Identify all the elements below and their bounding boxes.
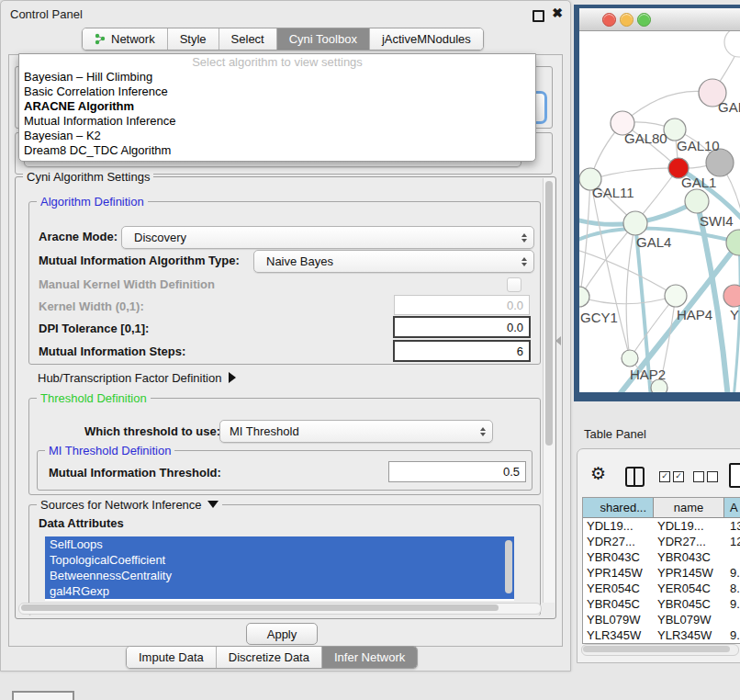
minimized-panel-icon[interactable]: [12, 691, 74, 700]
aracne-mode-combobox[interactable]: Discovery: [121, 226, 534, 249]
cyni-algorithm-settings-title: Cyni Algorithm Settings: [23, 170, 153, 184]
cell: 12: [724, 534, 740, 549]
node-swi4[interactable]: [685, 189, 709, 213]
settings-vertical-scrollbar[interactable]: [543, 178, 555, 603]
network-highlight-edges: [579, 168, 740, 392]
sources-group: Sources for Network Inference Data Attri…: [28, 504, 541, 615]
cell: YLR345W: [583, 627, 654, 643]
aracne-mode-value: Discovery: [134, 231, 186, 244]
tab-network[interactable]: Network: [83, 28, 168, 50]
network-graph[interactable]: GAL GAL80 GAL10 GAL1 GAL11 SWI4 GAL4 GCY…: [579, 31, 740, 392]
kernel-width-field[interactable]: 0.0: [394, 295, 530, 315]
gear-icon[interactable]: ⚙: [590, 465, 606, 482]
table-row[interactable]: YBR043C YBR043C: [583, 549, 740, 565]
node-big-green[interactable]: [726, 230, 740, 255]
column-header-clipped[interactable]: A: [724, 498, 740, 517]
zoom-traffic-light-icon[interactable]: [637, 13, 651, 27]
table-row[interactable]: YDR27... YDR27... 12: [583, 534, 740, 549]
float-window-icon[interactable]: [533, 10, 544, 22]
mi-threshold-field[interactable]: 0.5: [388, 461, 526, 482]
hub-definition-toggle[interactable]: Hub/Transcription Factor Definition: [38, 371, 236, 385]
node-label: HAP4: [677, 307, 712, 322]
dropdown-item-dream8[interactable]: Dream8 DC_TDC Algorithm: [19, 143, 535, 158]
data-attributes-list[interactable]: SelfLoops TopologicalCoefficient Between…: [45, 536, 514, 601]
cyni-algorithm-settings-group: Cyni Algorithm Settings Algorithm Defini…: [15, 176, 556, 619]
dropdown-item-bayesian-k2[interactable]: Bayesian – K2: [19, 129, 535, 143]
control-panel-title: Control Panel: [10, 7, 83, 21]
attribute-selfloops[interactable]: SelfLoops: [45, 536, 514, 552]
node-gcy1[interactable]: [579, 287, 589, 307]
node-red-right[interactable]: [723, 285, 740, 307]
table-row[interactable]: YDL19... YDL19... 13: [583, 518, 740, 534]
tab-style[interactable]: Style: [168, 28, 219, 50]
settings-horizontal-scrollbar-thumb[interactable]: [21, 604, 499, 611]
dpi-tolerance-field[interactable]: 0.0: [393, 316, 531, 338]
tab-impute-data[interactable]: Impute Data: [127, 647, 217, 668]
cell: YLR345W: [654, 627, 724, 643]
apply-button[interactable]: Apply: [246, 623, 318, 645]
column-header-shared[interactable]: shared...: [583, 498, 654, 517]
minimize-traffic-light-icon[interactable]: [620, 13, 633, 27]
cell: YER054C: [654, 581, 724, 596]
close-traffic-light-icon[interactable]: [602, 13, 616, 27]
dropdown-item-aracne[interactable]: ARACNE Algorithm: [19, 99, 535, 114]
cell: YDL19...: [583, 518, 654, 534]
table-row[interactable]: YER054C YER054C 8.: [583, 581, 740, 596]
attribute-list-scrollbar-thumb[interactable]: [505, 540, 512, 593]
tab-discretize-data[interactable]: Discretize Data: [217, 647, 322, 668]
dropdown-item-mutual-information[interactable]: Mutual Information Inference: [19, 114, 535, 129]
mi-threshold-label: Mutual Information Threshold:: [49, 466, 221, 480]
dropdown-item-bayesian-hill-climbing[interactable]: Bayesian – Hill Climbing: [19, 70, 535, 85]
table-header-row: shared... name A: [583, 498, 740, 518]
settings-vertical-scrollbar-thumb[interactable]: [545, 181, 553, 446]
network-window-titlebar[interactable]: [579, 8, 740, 31]
attribute-topologicalcoefficient[interactable]: TopologicalCoefficient: [45, 552, 514, 568]
attribute-betweennesscentrality[interactable]: BetweennessCentrality: [45, 568, 514, 583]
settings-horizontal-scrollbar[interactable]: [18, 603, 542, 615]
network-icon: [95, 33, 107, 45]
cell: [724, 612, 740, 627]
node-label: SWI4: [700, 213, 734, 229]
tab-jactivemnodules[interactable]: jActiveMNodules: [370, 28, 483, 50]
node-hap4[interactable]: [665, 285, 687, 307]
column-header-name[interactable]: name: [654, 498, 724, 517]
mi-steps-field[interactable]: 6: [393, 340, 531, 362]
network-canvas[interactable]: GAL GAL80 GAL10 GAL1 GAL11 SWI4 GAL4 GCY…: [579, 31, 740, 392]
sources-title[interactable]: Sources for Network Inference: [37, 498, 222, 512]
mi-algorithm-type-combobox[interactable]: Naive Bayes: [253, 250, 534, 273]
table-horizontal-scrollbar[interactable]: [581, 644, 739, 656]
tab-cyni-toolbox[interactable]: Cyni Toolbox: [277, 28, 370, 50]
checked-boxes-icon[interactable]: ✓✓: [659, 471, 684, 482]
cell: YPR145W: [654, 565, 724, 581]
table-row[interactable]: YBR045C YBR045C 9.: [583, 596, 740, 612]
apply-button-label: Apply: [267, 627, 297, 641]
manual-kernel-checkbox[interactable]: [507, 277, 521, 292]
cell: YBL079W: [583, 612, 654, 627]
cell: YDL19...: [654, 518, 724, 534]
unchecked-boxes-icon[interactable]: [693, 471, 718, 482]
tab-select[interactable]: Select: [219, 28, 277, 50]
node-label: GAL11: [592, 185, 634, 200]
split-columns-icon[interactable]: [625, 467, 645, 487]
table-row[interactable]: YLR345W YLR345W 9.: [583, 627, 740, 643]
splitpane-collapse-icon[interactable]: [555, 336, 561, 345]
attribute-gal4rgexp[interactable]: gal4RGexp: [45, 583, 514, 599]
mi-steps-label: Mutual Information Steps:: [39, 344, 185, 358]
dropdown-item-basic-correlation[interactable]: Basic Correlation Inference: [19, 85, 535, 99]
dpi-tolerance-label: DPI Tolerance [0,1]:: [39, 322, 149, 335]
which-threshold-combobox[interactable]: MI Threshold: [219, 420, 493, 443]
cell: 9.: [724, 596, 740, 612]
table-row[interactable]: YBL079W YBL079W: [583, 612, 740, 627]
algorithm-dropdown-prompt: Select algorithm to view settings: [19, 54, 535, 70]
table-horizontal-scrollbar-thumb[interactable]: [583, 646, 730, 652]
tab-jactivemnodules-label: jActiveMNodules: [382, 32, 471, 46]
close-icon[interactable]: ✖: [552, 6, 563, 20]
table-panel: ⚙ ✓✓ shared... name A YDL19... YDL19... …: [577, 448, 740, 663]
node-hap2[interactable]: [622, 350, 638, 367]
table-row[interactable]: YPR145W YPR145W 9.: [583, 565, 740, 581]
mi-algorithm-type-value: Naive Bayes: [266, 254, 333, 268]
document-icon[interactable]: [729, 463, 740, 488]
cell: YDR27...: [583, 534, 654, 549]
node-gal4[interactable]: [623, 211, 647, 235]
tab-infer-network[interactable]: Infer Network: [322, 647, 417, 668]
